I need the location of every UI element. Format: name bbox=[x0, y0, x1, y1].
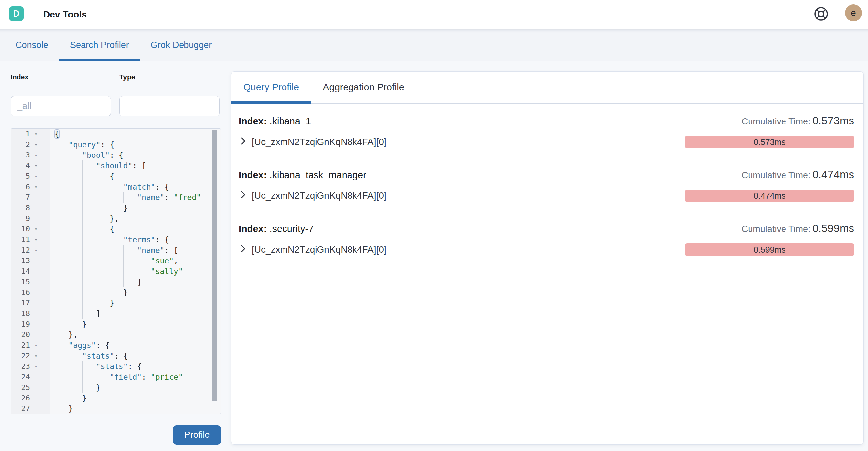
tab-console[interactable]: Console bbox=[5, 29, 59, 61]
type-input[interactable] bbox=[120, 96, 220, 116]
editor-line[interactable]: 16 } bbox=[11, 287, 221, 298]
editor-line[interactable]: 11▾ "terms": { bbox=[11, 234, 221, 245]
editor-code: } bbox=[50, 403, 221, 414]
fold-arrow-icon[interactable]: ▾ bbox=[30, 139, 42, 150]
fold-arrow-icon[interactable]: ▾ bbox=[30, 160, 42, 171]
fold-arrow-icon[interactable]: ▾ bbox=[30, 361, 42, 372]
cumulative-time: Cumulative Time:0.599ms bbox=[742, 222, 854, 235]
indent-guide bbox=[82, 298, 83, 308]
app-header: D Dev Tools e bbox=[0, 0, 868, 29]
indent-guide bbox=[110, 277, 110, 287]
editor-line[interactable]: 9 }, bbox=[11, 213, 221, 224]
fold-arrow-icon[interactable]: ▾ bbox=[30, 150, 42, 160]
editor-line[interactable]: 3▾ "bool": { bbox=[11, 150, 221, 160]
editor-gutter: 22▾ bbox=[11, 351, 50, 361]
editor-line[interactable]: 18 ] bbox=[11, 308, 221, 319]
editor-code: { bbox=[50, 171, 221, 182]
kibana-logo[interactable]: D bbox=[9, 6, 24, 21]
tab-aggregation-profile[interactable]: Aggregation Profile bbox=[311, 72, 416, 103]
editor-line[interactable]: 13 "sue", bbox=[11, 255, 221, 266]
profile-button[interactable]: Profile bbox=[173, 425, 221, 445]
editor-line[interactable]: 26 } bbox=[11, 393, 221, 403]
editor-line[interactable]: 14 "sally" bbox=[11, 266, 221, 277]
index-name: Index: .security-7 bbox=[239, 223, 313, 234]
editor-line[interactable]: 10▾ { bbox=[11, 224, 221, 234]
editor-gutter: 20 bbox=[11, 330, 50, 340]
indent-guide bbox=[110, 234, 110, 245]
index-input[interactable] bbox=[10, 96, 111, 116]
indent-guide bbox=[123, 277, 124, 287]
editor-line[interactable]: 5▾ { bbox=[11, 171, 221, 182]
editor-code: } bbox=[50, 287, 221, 298]
fold-arrow-icon[interactable]: ▾ bbox=[30, 245, 42, 255]
editor-line[interactable]: 12▾ "name": [ bbox=[11, 245, 221, 255]
profiler-index-row: Index: .security-7Cumulative Time:0.599m… bbox=[231, 211, 863, 265]
editor-gutter: 10▾ bbox=[11, 224, 50, 234]
fold-arrow-icon[interactable]: ▾ bbox=[30, 340, 42, 351]
editor-line[interactable]: 27 } bbox=[11, 403, 221, 414]
shard-expander[interactable]: [Uc_zxmN2TzqiGnKqN8k4FA][0] bbox=[239, 244, 386, 255]
editor-line[interactable]: 4▾ "should": [ bbox=[11, 160, 221, 171]
indent-guide bbox=[96, 245, 96, 255]
shard-time-bar[interactable]: 0.599ms bbox=[685, 243, 854, 256]
editor-gutter: 23▾ bbox=[11, 361, 50, 372]
shard-id: [Uc_zxmN2TzqiGnKqN8k4FA][0] bbox=[252, 137, 386, 147]
fold-arrow-icon[interactable]: ▾ bbox=[30, 182, 42, 192]
indent-guide bbox=[96, 192, 96, 203]
editor-code: "stats": { bbox=[50, 361, 221, 372]
editor-line[interactable]: 7 "name": "fred" bbox=[11, 192, 221, 203]
index-name: Index: .kibana_task_manager bbox=[239, 170, 366, 181]
editor-line[interactable]: 1▾{ bbox=[11, 129, 221, 139]
editor-code: } bbox=[50, 382, 221, 393]
indent-guide bbox=[69, 308, 69, 319]
editor-gutter: 5▾ bbox=[11, 171, 50, 182]
indent-guide bbox=[82, 361, 83, 372]
tab-grok-debugger[interactable]: Grok Debugger bbox=[140, 29, 223, 61]
indent-guide bbox=[82, 382, 83, 393]
editor-line[interactable]: 6▾ "match": { bbox=[11, 182, 221, 192]
editor-code: "aggs": { bbox=[50, 340, 221, 351]
editor-line[interactable]: 2▾ "query": { bbox=[11, 139, 221, 150]
help-button[interactable] bbox=[813, 5, 829, 24]
editor-line[interactable]: 8 } bbox=[11, 203, 221, 213]
editor-code: } bbox=[50, 203, 221, 213]
user-avatar[interactable]: e bbox=[845, 4, 862, 22]
editor-scrollbar[interactable] bbox=[212, 130, 217, 401]
editor-gutter: 18 bbox=[11, 308, 50, 319]
fold-arrow-icon[interactable]: ▾ bbox=[30, 171, 42, 182]
editor-line[interactable]: 17 } bbox=[11, 298, 221, 308]
index-name: Index: .kibana_1 bbox=[239, 116, 311, 127]
fold-arrow-icon[interactable]: ▾ bbox=[30, 224, 42, 234]
editor-line[interactable]: 19 } bbox=[11, 319, 221, 330]
query-json-editor[interactable]: 1▾{2▾ "query": {3▾ "bool": {4▾ "should":… bbox=[10, 128, 221, 414]
editor-gutter: 3▾ bbox=[11, 150, 50, 160]
editor-gutter: 17 bbox=[11, 298, 50, 308]
profiler-result-panel: Query Profile Aggregation Profile Index:… bbox=[231, 71, 864, 445]
indent-guide bbox=[96, 171, 96, 182]
shard-expander[interactable]: [Uc_zxmN2TzqiGnKqN8k4FA][0] bbox=[239, 137, 386, 148]
editor-gutter: 26 bbox=[11, 393, 50, 403]
fold-arrow-icon[interactable]: ▾ bbox=[30, 234, 42, 245]
indent-guide bbox=[110, 192, 110, 203]
shard-id: [Uc_zxmN2TzqiGnKqN8k4FA][0] bbox=[252, 244, 386, 255]
indent-guide bbox=[82, 372, 83, 382]
editor-line[interactable]: 23▾ "stats": { bbox=[11, 361, 221, 372]
fold-arrow-icon[interactable]: ▾ bbox=[30, 351, 42, 361]
editor-line[interactable]: 22▾ "stats": { bbox=[11, 351, 221, 361]
header-divider bbox=[838, 7, 838, 28]
shard-time-bar[interactable]: 0.474ms bbox=[685, 189, 854, 202]
profiler-tabbar: Query Profile Aggregation Profile bbox=[231, 72, 863, 104]
shard-expander[interactable]: [Uc_zxmN2TzqiGnKqN8k4FA][0] bbox=[239, 190, 386, 201]
tab-query-profile[interactable]: Query Profile bbox=[231, 72, 311, 103]
indent-guide bbox=[96, 182, 96, 192]
shard-time-bar[interactable]: 0.573ms bbox=[685, 136, 854, 148]
editor-line[interactable]: 21▾ "aggs": { bbox=[11, 340, 221, 351]
editor-line[interactable]: 25 } bbox=[11, 382, 221, 393]
indent-guide bbox=[82, 308, 83, 319]
editor-line[interactable]: 15 ] bbox=[11, 277, 221, 287]
tab-search-profiler[interactable]: Search Profiler bbox=[59, 29, 140, 61]
editor-line[interactable]: 20 }, bbox=[11, 330, 221, 340]
editor-line[interactable]: 24 "field": "price" bbox=[11, 372, 221, 382]
fold-arrow-icon[interactable]: ▾ bbox=[30, 129, 42, 139]
indent-guide bbox=[96, 234, 96, 245]
